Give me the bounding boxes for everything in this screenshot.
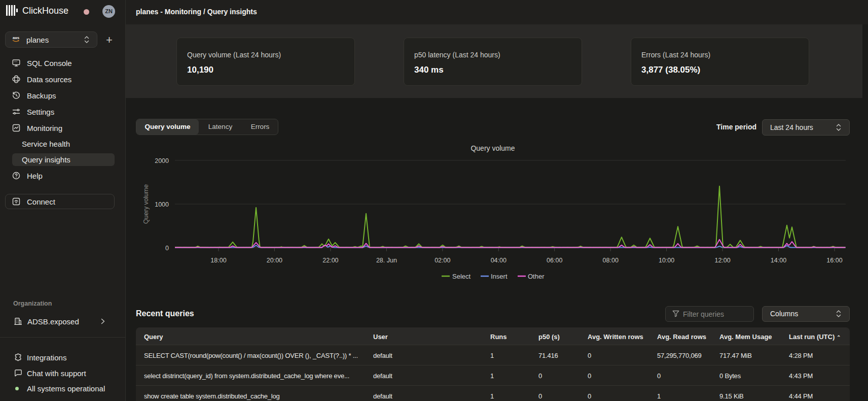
svg-text:14:00: 14:00 bbox=[771, 257, 786, 264]
svg-text:1000: 1000 bbox=[155, 201, 169, 208]
svg-text:16:00: 16:00 bbox=[826, 257, 842, 264]
svg-text:02:00: 02:00 bbox=[435, 257, 450, 264]
svg-text:20:00: 20:00 bbox=[267, 257, 282, 264]
svg-text:28. Jun: 28. Jun bbox=[376, 257, 397, 264]
svg-text:Other: Other bbox=[528, 273, 545, 280]
svg-text:Query volume: Query volume bbox=[142, 184, 150, 224]
svg-text:Insert: Insert bbox=[491, 273, 508, 280]
svg-text:2000: 2000 bbox=[155, 157, 169, 164]
svg-text:aws: aws bbox=[13, 36, 19, 40]
svg-text:18:00: 18:00 bbox=[210, 257, 226, 264]
svg-text:Query volume: Query volume bbox=[471, 144, 515, 152]
svg-text:0: 0 bbox=[165, 245, 169, 252]
svg-text:04:00: 04:00 bbox=[491, 257, 507, 264]
svg-text:Select: Select bbox=[452, 273, 471, 280]
svg-text:12:00: 12:00 bbox=[714, 257, 730, 264]
svg-text:22:00: 22:00 bbox=[322, 257, 338, 264]
svg-text:10:00: 10:00 bbox=[659, 257, 674, 264]
svg-text:06:00: 06:00 bbox=[547, 257, 562, 264]
svg-text:08:00: 08:00 bbox=[603, 257, 619, 264]
